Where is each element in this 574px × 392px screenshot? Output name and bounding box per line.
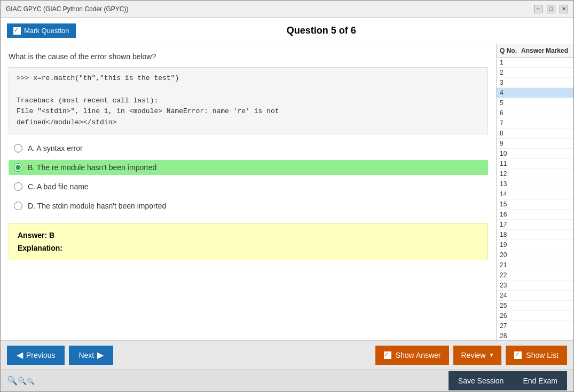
option-d[interactable]: D. The stdin module hasn't been imported (9, 198, 488, 213)
sidebar-row-answer (521, 201, 546, 208)
save-session-button[interactable]: Save Session (449, 371, 514, 390)
sidebar-row[interactable]: 21 (497, 260, 573, 270)
show-list-label: Show List (526, 351, 559, 359)
zoom-in-button[interactable]: 🔍 (7, 375, 18, 386)
sidebar-row-answer (521, 160, 546, 167)
review-button[interactable]: Review ▼ (453, 346, 501, 365)
show-list-check-icon (514, 351, 522, 359)
option-a-radio[interactable] (14, 144, 22, 153)
sidebar-row-num: 22 (500, 271, 521, 279)
zoom-reset-button[interactable]: 🔍 (18, 376, 27, 386)
sidebar-row-marked (546, 221, 570, 228)
save-session-label: Save Session (458, 377, 504, 385)
sidebar-row[interactable]: 7 (497, 118, 573, 129)
sidebar-row-answer (521, 231, 546, 238)
sidebar-row-answer (521, 170, 546, 178)
sidebar-row-answer (521, 180, 546, 188)
sidebar-row-num: 3 (500, 79, 521, 86)
sidebar-row[interactable]: 16 (497, 210, 573, 220)
sidebar-row[interactable]: 1 (497, 58, 573, 68)
sidebar-row-marked (546, 180, 570, 188)
sidebar-row[interactable]: 20 (497, 250, 573, 260)
option-b-radio[interactable] (14, 163, 22, 172)
previous-button[interactable]: ◀ Previous (7, 346, 65, 365)
sidebar-row[interactable]: 3 (497, 78, 573, 88)
sidebar-row[interactable]: 23 (497, 281, 573, 291)
sidebar-row-answer (521, 261, 546, 269)
sidebar-row-num: 23 (500, 282, 521, 289)
sidebar-row-num: 18 (500, 231, 521, 238)
sidebar-row-answer (521, 79, 546, 86)
maximize-button[interactable]: □ (547, 5, 555, 13)
sidebar-row-num: 16 (500, 211, 521, 218)
next-button[interactable]: Next ▶ (69, 346, 113, 365)
sidebar-row-marked (546, 312, 570, 319)
sidebar-row-answer (521, 241, 546, 249)
sidebar-row[interactable]: 22 (497, 270, 573, 281)
sidebar-row[interactable]: 8 (497, 129, 573, 139)
sidebar-row-answer (521, 312, 546, 319)
show-answer-button[interactable]: Show Answer (375, 346, 450, 365)
sidebar-row[interactable]: 9 (497, 139, 573, 149)
sidebar-row[interactable]: 17 (497, 220, 573, 230)
sidebar-row-num: 24 (500, 292, 521, 299)
sidebar-row[interactable]: 11 (497, 159, 573, 169)
sidebar-row-marked (546, 79, 570, 86)
option-a[interactable]: A. A syntax error (9, 141, 488, 156)
sidebar-row[interactable]: 13 (497, 179, 573, 189)
zoom-out-button[interactable]: 🔍 (27, 376, 35, 386)
sidebar-row-answer (521, 251, 546, 259)
sidebar-row-answer (521, 302, 546, 309)
sidebar-row-answer (521, 190, 546, 198)
sidebar-row-marked (546, 69, 570, 76)
sidebar-row-answer (521, 89, 546, 97)
sidebar-row[interactable]: 27 (497, 321, 573, 331)
sidebar-row-answer (521, 221, 546, 228)
end-exam-button[interactable]: End Exam (513, 371, 567, 390)
previous-label: Previous (26, 351, 55, 359)
sidebar-row[interactable]: 14 (497, 189, 573, 199)
zoom-in-icon: 🔍 (7, 376, 18, 385)
sidebar-row[interactable]: 19 (497, 240, 573, 250)
sidebar-row[interactable]: 28 (497, 331, 573, 340)
close-button[interactable]: ✕ (560, 5, 568, 13)
sidebar-row-num: 15 (500, 201, 521, 208)
sidebar-row[interactable]: 4 (497, 88, 573, 98)
sidebar-row[interactable]: 2 (497, 68, 573, 78)
option-d-radio[interactable] (14, 202, 22, 210)
sidebar-row[interactable]: 12 (497, 169, 573, 179)
option-b-label: B. The re module hasn't been imported (28, 163, 156, 172)
sidebar-row-marked (546, 271, 570, 279)
sidebar-row[interactable]: 25 (497, 301, 573, 311)
checkbox-icon (13, 27, 21, 35)
sidebar-row[interactable]: 6 (497, 108, 573, 118)
option-b[interactable]: B. The re module hasn't been imported (9, 160, 488, 175)
sidebar-row[interactable]: 15 (497, 199, 573, 210)
sidebar-row-answer (521, 109, 546, 117)
sidebar-row-num: 12 (500, 170, 521, 178)
title-bar-buttons: ─ □ ✕ (534, 5, 568, 13)
question-text: What is the cause of the error shown bel… (9, 52, 488, 61)
show-list-button[interactable]: Show List (506, 346, 567, 365)
sidebar-row[interactable]: 18 (497, 230, 573, 240)
main-content: What is the cause of the error shown bel… (1, 44, 573, 340)
sidebar-row[interactable]: 26 (497, 311, 573, 321)
sidebar-scroll[interactable]: 1 2 3 4 5 6 7 8 (497, 58, 573, 340)
option-c-radio[interactable] (14, 182, 22, 191)
sidebar-row-marked (546, 231, 570, 238)
sidebar-header: Q No. Answer Marked (497, 44, 573, 58)
sidebar-row-num: 20 (500, 251, 521, 259)
sidebar-row-answer (521, 282, 546, 289)
sidebar-row[interactable]: 10 (497, 149, 573, 159)
sidebar-answer-header: Answer (521, 47, 546, 54)
sidebar-row-num: 25 (500, 302, 521, 309)
sidebar-row-num: 13 (500, 180, 521, 188)
sidebar-row-marked (546, 332, 570, 340)
sidebar-row[interactable]: 5 (497, 98, 573, 108)
sidebar-row-num: 28 (500, 332, 521, 340)
minimize-button[interactable]: ─ (534, 5, 542, 13)
mark-question-button[interactable]: Mark Question (7, 23, 76, 38)
sidebar-row[interactable]: 24 (497, 291, 573, 301)
option-c[interactable]: C. A bad file name (9, 179, 488, 194)
option-d-label: D. The stdin module hasn't been imported (28, 202, 166, 210)
